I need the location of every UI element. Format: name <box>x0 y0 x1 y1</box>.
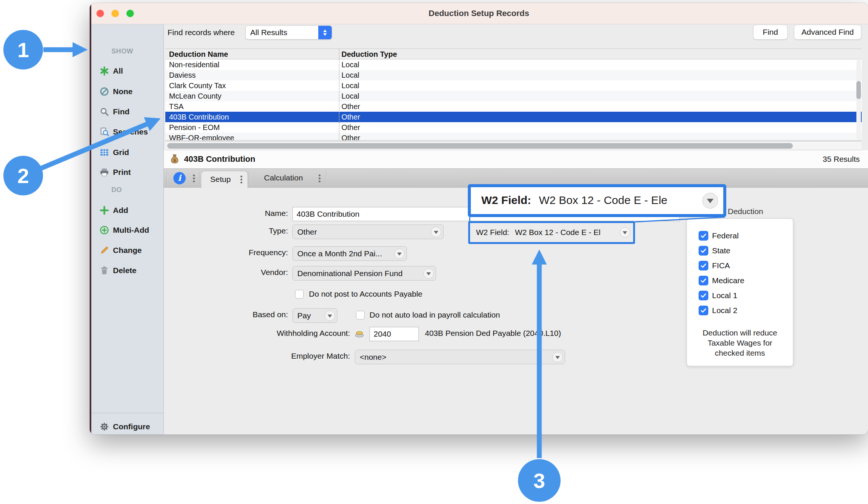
gear-icon <box>99 422 109 432</box>
search-document-icon <box>99 127 109 137</box>
table-row[interactable]: Pension - EOM Other <box>165 122 862 133</box>
tab-separator <box>200 171 200 185</box>
do-not-post-ap-checkbox[interactable] <box>295 290 304 299</box>
sidebar-show-header: SHOW <box>111 47 133 55</box>
kebab-menu-icon[interactable] <box>319 177 320 179</box>
vendor-dropdown[interactable]: Denominational Pension Fund <box>292 266 436 281</box>
cell-deduction-name: TSA <box>169 102 184 111</box>
asterisk-icon <box>99 66 109 76</box>
info-icon[interactable]: i <box>173 171 186 185</box>
tab-setup[interactable]: Setup <box>201 171 248 188</box>
sidebar-item-add[interactable]: Add <box>90 203 164 218</box>
do-not-post-ap-label: Do not post to Accounts Payable <box>309 290 423 299</box>
find-records-where-label: Find records where <box>168 28 235 37</box>
results-table: Deduction Name Deduction Type Non-reside… <box>165 49 862 140</box>
federal-label: Federal <box>712 231 739 240</box>
deduction-setup-window: Deduction Setup Records SHOW All None Fi… <box>90 3 868 435</box>
money-bag-icon: $ <box>169 154 180 165</box>
scope-dropdown[interactable]: All Results <box>245 25 332 40</box>
employer-match-dropdown[interactable]: <none> <box>355 350 565 364</box>
cell-deduction-name: Pension - EOM <box>169 123 220 132</box>
advanced-find-button[interactable]: Advanced Find <box>794 25 861 40</box>
tab-calculation[interactable]: Calculation <box>264 173 303 182</box>
tab-separator <box>326 171 326 185</box>
type-label: Type: <box>213 226 288 235</box>
type-dropdown[interactable]: Other <box>292 225 444 239</box>
sidebar-item-label: Searches <box>113 127 148 137</box>
sidebar-item-label: Print <box>113 167 131 177</box>
local1-checkbox[interactable] <box>699 291 708 300</box>
results-count: 35 Results <box>823 155 860 164</box>
sidebar-item-find[interactable]: Find <box>90 104 164 119</box>
note-line: checked items <box>687 348 793 358</box>
table-row[interactable]: McLean County Local <box>165 91 862 101</box>
column-header-deduction-name[interactable]: Deduction Name <box>169 50 228 59</box>
sidebar-item-multi-add[interactable]: Multi-Add <box>90 223 164 238</box>
coins-icon <box>353 329 365 338</box>
annotation-step-1: 1 <box>3 30 43 69</box>
sidebar-item-print[interactable]: Print <box>90 165 164 180</box>
name-label: Name: <box>213 209 288 218</box>
cell-deduction-type: Local <box>341 81 359 90</box>
table-row[interactable]: WBF-OR-employee Other <box>165 133 862 140</box>
sidebar-item-label: Grid <box>113 148 129 157</box>
table-horizontal-scrollbar-thumb[interactable] <box>167 143 793 149</box>
state-checkbox[interactable] <box>699 246 708 256</box>
w2-field-dropdown[interactable]: W2 Box 12 - Code E - El <box>515 228 605 237</box>
sidebar-item-label: Delete <box>113 266 137 275</box>
sidebar-item-none[interactable]: None <box>90 84 164 99</box>
table-horizontal-scrollbar[interactable] <box>165 141 862 150</box>
sidebar-item-grid[interactable]: Grid <box>90 145 164 160</box>
kebab-menu-icon[interactable] <box>240 179 242 180</box>
table-vertical-scrollbar-thumb[interactable] <box>856 81 861 99</box>
based-on-dropdown[interactable]: Pay <box>292 308 337 323</box>
table-row[interactable]: Non-residential Local <box>165 59 862 70</box>
employer-match-value: <none> <box>360 353 552 362</box>
federal-checkbox[interactable] <box>699 231 708 241</box>
sidebar-item-change[interactable]: Change <box>90 243 164 258</box>
find-button[interactable]: Find <box>753 25 788 40</box>
column-header-deduction-type[interactable]: Deduction Type <box>341 50 397 59</box>
sidebar-item-label: Multi-Add <box>113 225 149 235</box>
cell-deduction-type: Other <box>341 102 360 111</box>
printer-icon <box>99 167 109 177</box>
circle-plus-icon <box>99 225 109 235</box>
sidebar: SHOW All None Find Searches Grid <box>90 24 164 435</box>
medicare-label: Medicare <box>712 276 744 285</box>
withholding-account-input[interactable]: 2040 <box>369 327 419 341</box>
magnifier-icon <box>99 107 109 117</box>
chevron-down-icon <box>431 227 441 237</box>
local2-checkbox[interactable] <box>699 306 708 315</box>
medicare-checkbox[interactable] <box>699 276 708 285</box>
w2-field-zoom-callout: W2 Field: W2 Box 12 - Code E - Ele <box>468 184 726 217</box>
table-row[interactable]: TSA Other <box>165 101 862 112</box>
note-line: Deduction will reduce <box>687 328 793 338</box>
auto-load-checkbox[interactable] <box>356 311 365 319</box>
sidebar-item-delete[interactable]: Delete <box>90 263 164 278</box>
cell-deduction-type: Other <box>341 134 360 140</box>
svg-text:$: $ <box>173 158 176 163</box>
table-row-selected[interactable]: 403B Contribution Other <box>165 112 862 122</box>
withholding-account-description: 403B Pension Ded Payable (2040.L10) <box>425 329 561 338</box>
table-row[interactable]: Daviess Local <box>165 70 862 80</box>
chevron-down-icon <box>702 193 718 208</box>
sidebar-item-label: Add <box>113 205 128 215</box>
column-separator <box>339 49 340 140</box>
table-row[interactable]: Clark County Tax Local <box>165 80 862 91</box>
sidebar-item-searches[interactable]: Searches <box>90 124 164 139</box>
kebab-menu-icon[interactable] <box>193 177 195 179</box>
chevron-down-icon[interactable] <box>620 227 630 238</box>
sidebar-item-configure[interactable]: Configure <box>90 419 164 434</box>
cell-deduction-name: Daviess <box>169 71 196 80</box>
frequency-dropdown[interactable]: Once a Month 2nd Pai... <box>292 246 407 261</box>
sidebar-item-label: None <box>113 87 133 96</box>
fica-checkbox[interactable] <box>699 261 708 270</box>
sidebar-item-all[interactable]: All <box>90 64 164 78</box>
tab-separator <box>167 171 167 185</box>
based-on-label: Based on: <box>213 310 288 319</box>
cell-deduction-name: 403B Contribution <box>169 113 229 121</box>
window-title: Deduction Setup Records <box>90 9 868 18</box>
cell-deduction-type: Local <box>341 71 359 80</box>
annotation-step-3: 3 <box>518 459 561 502</box>
table-vertical-scrollbar[interactable] <box>856 60 861 140</box>
